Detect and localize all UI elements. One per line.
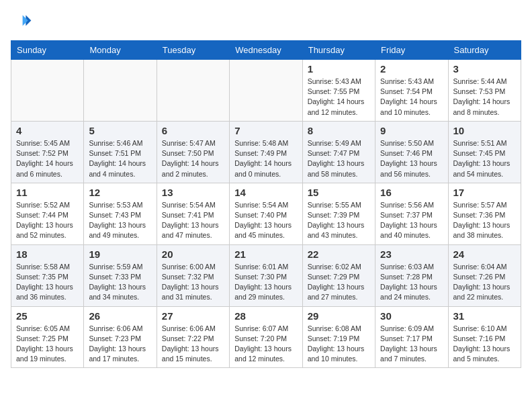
cell-content: Sunrise: 5:57 AM Sunset: 7:36 PM Dayligh… [453,200,516,241]
calendar-cell: 11Sunrise: 5:52 AM Sunset: 7:44 PM Dayli… [11,183,84,244]
day-number: 29 [308,310,370,322]
week-row-4: 18Sunrise: 5:58 AM Sunset: 7:35 PM Dayli… [11,244,521,306]
calendar-cell: 14Sunrise: 5:54 AM Sunset: 7:40 PM Dayli… [230,183,302,244]
cell-content: Sunrise: 6:06 AM Sunset: 7:22 PM Dayligh… [162,324,224,365]
page-header [11,11,521,32]
logo-icon [11,11,32,32]
cell-content: Sunrise: 5:54 AM Sunset: 7:40 PM Dayligh… [234,200,297,241]
day-number: 27 [162,310,224,322]
cell-content: Sunrise: 6:09 AM Sunset: 7:17 PM Dayligh… [380,324,443,365]
day-number: 9 [380,125,443,136]
cell-content: Sunrise: 5:55 AM Sunset: 7:39 PM Dayligh… [308,200,370,241]
day-number: 8 [308,125,370,136]
calendar-cell: 28Sunrise: 6:07 AM Sunset: 7:20 PM Dayli… [230,306,302,368]
cell-content: Sunrise: 6:04 AM Sunset: 7:26 PM Dayligh… [453,262,516,303]
header-cell-thursday: Thursday [302,41,375,60]
header-cell-friday: Friday [375,41,448,60]
day-number: 15 [308,187,370,198]
calendar-cell [230,60,302,122]
calendar-cell: 27Sunrise: 6:06 AM Sunset: 7:22 PM Dayli… [157,306,229,368]
day-number: 5 [89,125,151,136]
day-number: 4 [16,125,79,136]
day-number: 10 [453,125,516,136]
calendar-cell: 16Sunrise: 5:56 AM Sunset: 7:37 PM Dayli… [375,183,448,244]
day-number: 18 [16,248,79,260]
week-row-5: 25Sunrise: 6:05 AM Sunset: 7:25 PM Dayli… [11,306,521,368]
calendar-cell: 19Sunrise: 5:59 AM Sunset: 7:33 PM Dayli… [84,244,157,306]
day-number: 21 [234,248,297,260]
cell-content: Sunrise: 5:54 AM Sunset: 7:41 PM Dayligh… [162,200,224,241]
cell-content: Sunrise: 5:47 AM Sunset: 7:50 PM Dayligh… [162,138,224,179]
calendar-cell: 10Sunrise: 5:51 AM Sunset: 7:45 PM Dayli… [448,121,521,183]
week-row-2: 4Sunrise: 5:45 AM Sunset: 7:52 PM Daylig… [11,121,521,183]
day-number: 30 [380,310,443,322]
day-number: 13 [162,187,224,198]
week-row-3: 11Sunrise: 5:52 AM Sunset: 7:44 PM Dayli… [11,183,521,244]
cell-content: Sunrise: 5:43 AM Sunset: 7:54 PM Dayligh… [380,77,443,118]
calendar-cell: 22Sunrise: 6:02 AM Sunset: 7:29 PM Dayli… [302,244,375,306]
calendar-cell: 6Sunrise: 5:47 AM Sunset: 7:50 PM Daylig… [157,121,229,183]
calendar-cell: 7Sunrise: 5:48 AM Sunset: 7:49 PM Daylig… [230,121,302,183]
calendar-cell: 31Sunrise: 6:10 AM Sunset: 7:16 PM Dayli… [448,306,521,368]
header-cell-sunday: Sunday [11,41,84,60]
day-number: 7 [234,125,297,136]
day-number: 31 [453,310,516,322]
calendar-cell: 25Sunrise: 6:05 AM Sunset: 7:25 PM Dayli… [11,306,84,368]
calendar-cell: 1Sunrise: 5:43 AM Sunset: 7:55 PM Daylig… [302,60,375,122]
day-number: 2 [380,63,443,75]
cell-content: Sunrise: 6:10 AM Sunset: 7:16 PM Dayligh… [453,324,516,365]
cell-content: Sunrise: 6:02 AM Sunset: 7:29 PM Dayligh… [308,262,370,303]
calendar-cell: 18Sunrise: 5:58 AM Sunset: 7:35 PM Dayli… [11,244,84,306]
calendar-cell: 17Sunrise: 5:57 AM Sunset: 7:36 PM Dayli… [448,183,521,244]
calendar-cell: 12Sunrise: 5:53 AM Sunset: 7:43 PM Dayli… [84,183,157,244]
calendar-table: SundayMondayTuesdayWednesdayThursdayFrid… [11,40,521,368]
header-cell-wednesday: Wednesday [230,41,302,60]
cell-content: Sunrise: 5:51 AM Sunset: 7:45 PM Dayligh… [453,138,516,179]
day-number: 12 [89,187,151,198]
calendar-cell: 2Sunrise: 5:43 AM Sunset: 7:54 PM Daylig… [375,60,448,122]
cell-content: Sunrise: 5:56 AM Sunset: 7:37 PM Dayligh… [380,200,443,241]
day-number: 25 [16,310,79,322]
header-cell-monday: Monday [84,41,157,60]
day-number: 22 [308,248,370,260]
cell-content: Sunrise: 6:01 AM Sunset: 7:30 PM Dayligh… [234,262,297,303]
header-cell-saturday: Saturday [448,41,521,60]
cell-content: Sunrise: 5:53 AM Sunset: 7:43 PM Dayligh… [89,200,151,241]
calendar-body: 1Sunrise: 5:43 AM Sunset: 7:55 PM Daylig… [11,60,521,368]
calendar-cell [157,60,229,122]
calendar-cell [84,60,157,122]
calendar-cell: 9Sunrise: 5:50 AM Sunset: 7:46 PM Daylig… [375,121,448,183]
calendar-cell: 23Sunrise: 6:03 AM Sunset: 7:28 PM Dayli… [375,244,448,306]
calendar-cell: 30Sunrise: 6:09 AM Sunset: 7:17 PM Dayli… [375,306,448,368]
cell-content: Sunrise: 6:06 AM Sunset: 7:23 PM Dayligh… [89,324,151,365]
cell-content: Sunrise: 6:05 AM Sunset: 7:25 PM Dayligh… [16,324,79,365]
cell-content: Sunrise: 5:45 AM Sunset: 7:52 PM Dayligh… [16,138,79,179]
calendar-cell: 24Sunrise: 6:04 AM Sunset: 7:26 PM Dayli… [448,244,521,306]
cell-content: Sunrise: 5:49 AM Sunset: 7:47 PM Dayligh… [308,138,370,179]
calendar-cell: 8Sunrise: 5:49 AM Sunset: 7:47 PM Daylig… [302,121,375,183]
cell-content: Sunrise: 5:46 AM Sunset: 7:51 PM Dayligh… [89,138,151,179]
day-number: 23 [380,248,443,260]
day-number: 17 [453,187,516,198]
day-number: 3 [453,63,516,75]
cell-content: Sunrise: 6:07 AM Sunset: 7:20 PM Dayligh… [234,324,297,365]
calendar-cell: 21Sunrise: 6:01 AM Sunset: 7:30 PM Dayli… [230,244,302,306]
calendar-cell: 29Sunrise: 6:08 AM Sunset: 7:19 PM Dayli… [302,306,375,368]
week-row-1: 1Sunrise: 5:43 AM Sunset: 7:55 PM Daylig… [11,60,521,122]
day-number: 16 [380,187,443,198]
calendar-cell: 4Sunrise: 5:45 AM Sunset: 7:52 PM Daylig… [11,121,84,183]
cell-content: Sunrise: 5:44 AM Sunset: 7:53 PM Dayligh… [453,77,516,118]
day-number: 26 [89,310,151,322]
cell-content: Sunrise: 5:50 AM Sunset: 7:46 PM Dayligh… [380,138,443,179]
cell-content: Sunrise: 5:43 AM Sunset: 7:55 PM Dayligh… [308,77,370,118]
header-cell-tuesday: Tuesday [157,41,229,60]
cell-content: Sunrise: 5:59 AM Sunset: 7:33 PM Dayligh… [89,262,151,303]
cell-content: Sunrise: 6:08 AM Sunset: 7:19 PM Dayligh… [308,324,370,365]
cell-content: Sunrise: 6:03 AM Sunset: 7:28 PM Dayligh… [380,262,443,303]
day-number: 19 [89,248,151,260]
day-number: 28 [234,310,297,322]
day-number: 6 [162,125,224,136]
calendar-cell: 26Sunrise: 6:06 AM Sunset: 7:23 PM Dayli… [84,306,157,368]
calendar-cell: 13Sunrise: 5:54 AM Sunset: 7:41 PM Dayli… [157,183,229,244]
logo [11,11,35,32]
